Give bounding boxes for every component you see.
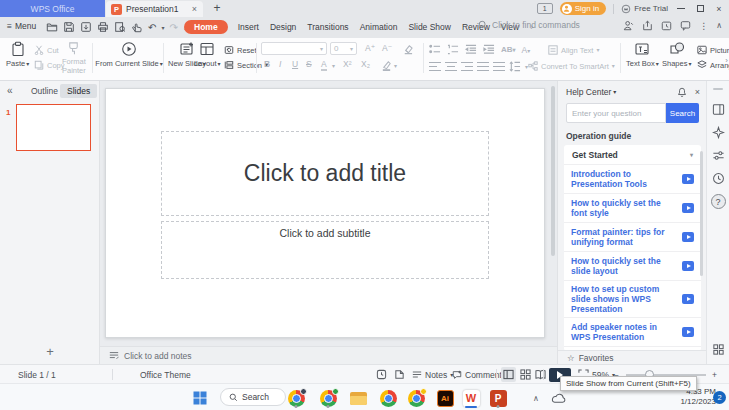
- picture-button[interactable]: Picture: [697, 45, 729, 55]
- help-center-title[interactable]: Help Center▾: [566, 87, 669, 97]
- open-folder-icon[interactable]: [46, 21, 58, 33]
- slides-tab[interactable]: Slides: [60, 84, 97, 98]
- text-box-button[interactable]: Text Box▾: [626, 41, 659, 68]
- help-icon[interactable]: ?: [711, 194, 726, 209]
- help-search-button[interactable]: Search: [666, 103, 699, 123]
- zoom-in-button[interactable]: +: [712, 365, 717, 384]
- from-current-slide-button[interactable]: From Current Slide▾: [97, 41, 161, 68]
- maximize-button[interactable]: [694, 3, 706, 15]
- notification-badge[interactable]: 2: [713, 391, 726, 404]
- comment-toggle[interactable]: Comment: [452, 365, 502, 384]
- cut-button[interactable]: Cut: [34, 45, 59, 55]
- hand-tool-icon[interactable]: [131, 21, 143, 33]
- subtitle-placeholder[interactable]: Click to add subtitle: [161, 221, 489, 279]
- redo-icon[interactable]: ↷: [169, 22, 177, 33]
- bell-icon[interactable]: [677, 87, 687, 97]
- undo-caret-icon[interactable]: ▾: [161, 24, 164, 31]
- tab-animation[interactable]: Animation: [359, 20, 399, 34]
- minimize-button[interactable]: [675, 3, 687, 15]
- slide-sorter-view-button[interactable]: [518, 367, 533, 382]
- help-link-item[interactable]: Add speaker notes in WPS Presentation: [564, 317, 701, 346]
- print-icon[interactable]: [97, 21, 109, 33]
- superscript-button[interactable]: X²: [343, 59, 352, 69]
- canvas-scrollbar[interactable]: [551, 86, 555, 256]
- tab-home[interactable]: Home: [184, 20, 228, 34]
- add-slide-button[interactable]: +: [0, 344, 100, 359]
- save-icon[interactable]: [63, 21, 75, 33]
- history-icon[interactable]: [661, 20, 672, 31]
- reset-button[interactable]: Reset: [224, 45, 257, 55]
- save-as-icon[interactable]: [80, 21, 92, 33]
- increase-indent-icon[interactable]: [483, 44, 495, 55]
- undo-icon[interactable]: ↶: [148, 22, 156, 33]
- font-size-combo[interactable]: 0▾: [330, 42, 357, 55]
- distribute-button[interactable]: [493, 61, 505, 72]
- magic-star-icon[interactable]: [712, 126, 725, 139]
- arrange-button[interactable]: Arrange: [697, 60, 729, 70]
- tray-expand-icon[interactable]: ∧: [529, 388, 543, 408]
- tab-close-icon[interactable]: ×: [189, 3, 200, 14]
- powerpoint-icon[interactable]: P: [488, 388, 508, 408]
- copy-button[interactable]: Copy: [34, 60, 65, 70]
- decrease-font-icon[interactable]: A⁻: [382, 43, 392, 53]
- help-link-item[interactable]: Format painter: tips for unifying format: [564, 222, 701, 251]
- theme-label[interactable]: Office Theme: [140, 365, 191, 384]
- wps-office-button[interactable]: WPS Office: [0, 0, 105, 17]
- layout-button[interactable]: Layout▾: [194, 41, 221, 68]
- line-spacing-icon[interactable]: [509, 61, 521, 72]
- chrome-icon[interactable]: [378, 388, 398, 408]
- handout-icon[interactable]: [394, 369, 405, 380]
- rail-drag-handle[interactable]: [713, 88, 723, 90]
- favorites-button[interactable]: ☆ Favorites: [558, 350, 707, 364]
- onedrive-cloud-icon[interactable]: [548, 388, 568, 408]
- sign-in-button[interactable]: Sign in: [560, 2, 606, 15]
- align-text-button[interactable]: Align Text▾: [548, 45, 599, 55]
- tab-slide-show[interactable]: Slide Show: [407, 20, 452, 34]
- chrome-icon[interactable]: [406, 388, 426, 408]
- command-search-input[interactable]: [492, 20, 584, 30]
- illustrator-icon[interactable]: Ai: [435, 388, 455, 408]
- slide-thumbnail[interactable]: [16, 104, 91, 151]
- align-center-button[interactable]: [445, 61, 457, 72]
- tab-transitions[interactable]: Transitions: [306, 20, 349, 34]
- bullets-icon[interactable]: [429, 44, 441, 55]
- decrease-indent-icon[interactable]: [465, 44, 477, 55]
- get-started-group[interactable]: Get Started▾: [564, 145, 701, 164]
- font-color-caret-icon[interactable]: ▾: [332, 63, 335, 69]
- new-tab-button[interactable]: +: [210, 1, 224, 15]
- strikethrough-button[interactable]: S: [306, 59, 312, 69]
- numbering-icon[interactable]: [447, 44, 459, 55]
- chrome-icon[interactable]: [318, 388, 338, 408]
- more-options-icon[interactable]: ⋮: [699, 21, 708, 31]
- close-panel-icon[interactable]: ×: [695, 87, 700, 97]
- subscript-button[interactable]: X₂: [361, 59, 370, 69]
- reading-view-button[interactable]: [533, 367, 548, 382]
- underline-button[interactable]: U: [292, 59, 298, 69]
- menu-button[interactable]: ≡ Menu: [7, 21, 36, 31]
- file-explorer-icon[interactable]: [348, 388, 368, 408]
- settings-sliders-icon[interactable]: [712, 149, 725, 162]
- collapse-ribbon-icon[interactable]: ∧: [716, 21, 722, 30]
- command-search[interactable]: [478, 20, 584, 30]
- apps-grid-icon[interactable]: [712, 343, 725, 356]
- align-left-button[interactable]: [429, 61, 441, 72]
- font-color-button[interactable]: A: [321, 59, 327, 71]
- print-preview-icon[interactable]: [114, 21, 126, 33]
- outline-tab[interactable]: Outline: [24, 84, 65, 98]
- help-link-item[interactable]: How to quickly set the font style: [564, 193, 701, 222]
- bold-button[interactable]: B: [264, 59, 270, 69]
- character-spacing-button[interactable]: AB▾: [501, 45, 516, 54]
- share-user-icon[interactable]: [623, 20, 634, 31]
- justify-button[interactable]: [477, 61, 489, 72]
- text-direction-button[interactable]: A▾: [522, 45, 531, 55]
- increase-font-icon[interactable]: A⁺: [365, 43, 375, 53]
- clear-format-icon[interactable]: [402, 44, 413, 55]
- chrome-icon[interactable]: [286, 388, 306, 408]
- slide[interactable]: Click to add title Click to add subtitle: [105, 88, 545, 338]
- wps-office-taskbar-icon[interactable]: W: [461, 388, 481, 408]
- collapse-panel-icon[interactable]: «: [7, 85, 13, 96]
- format-painter-button[interactable]: FormatPainter: [62, 41, 86, 75]
- timer-icon[interactable]: [376, 369, 387, 380]
- start-button[interactable]: [190, 388, 210, 408]
- comment-bubble-icon[interactable]: [680, 20, 691, 31]
